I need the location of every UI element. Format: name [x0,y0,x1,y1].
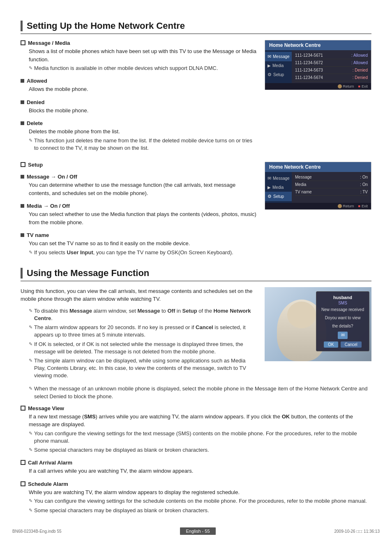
msg-onoff-heading: Message → On / Off [21,174,256,180]
media-sq [21,204,24,208]
note-icon-s2-1: ✎ [29,308,32,314]
note-icon2: ✎ [29,137,32,144]
note-icon-s2-5: ✎ [29,385,32,392]
tv-ui-1-content: 111-1234-5671 : Allowed 111-1234-5672 : … [292,50,371,83]
tv-sidebar-message-1: ✉ Message [265,52,292,61]
checkbox-icon [21,40,25,45]
ca-sq-icon [21,460,25,465]
note-icon-sa1: ✎ [29,498,32,504]
tv-ui-2-sidebar: ✉ Message ▶ Media ⚙ Setup [265,172,292,203]
tvname-note: ✎ If you selects User Input, you can typ… [29,249,256,256]
denied-heading: Denied [21,99,256,105]
cat-background: husband SMS New message received Doyou w… [265,287,371,361]
sms-message3: the details? [321,323,364,329]
section2-note-1: ✎ To disable this Message alarm window, … [29,307,256,322]
mv-sq-icon [21,406,25,411]
filled-sq-icon [21,79,24,83]
exit-icon: ■ [358,84,360,88]
schedule-alarm-heading: Schedule Alarm [21,481,371,487]
note-icon-sa2: ✎ [29,507,32,513]
filled-sq-icon3 [21,121,24,125]
sa-sq-icon [21,481,25,486]
page-number-badge: English - 55 [180,527,215,535]
return-btn-circle [338,84,342,88]
sms-cancel-button: Cancel [341,341,362,348]
msg-onoff-text: You can determine whether to use the mes… [29,181,256,197]
tv2-row-3: TV name : TV [295,188,368,196]
message-media-note: ✎ Media function is available in other m… [29,65,256,72]
tv2-sidebar-setup: ⚙ Setup [265,192,292,201]
sms-message2: Doyou want to view [321,315,364,321]
tvname-heading: TV name [21,232,256,238]
tv2-sidebar-media: ▶ Media [265,183,292,192]
section2-title: Using the Message Function [21,268,371,279]
message-view-note-1: ✎ You can configure the viewing settings… [29,430,371,445]
tv-ui-1-title: Home Network Centre [265,40,371,50]
sms-action-buttons: OK Cancel [321,341,364,348]
denied-text: Blocks the mobile phone. [29,107,256,115]
tvname-sq [21,233,24,237]
tv-row-3: 111-1234-5673 : Denied [295,67,368,74]
media-onoff-heading: Media → On / Off [21,203,256,209]
cat-face [287,302,316,328]
tv2-row-1: Message : On [295,174,368,181]
tv-ui-screenshot-2: Home Network Centre ✉ Message ▶ Media ⚙ [265,162,371,262]
call-alarm-block: Call Arrival Alarm If a call arrives whi… [21,460,371,475]
call-alarm-heading: Call Arrival Alarm [21,460,371,466]
tv-sidebar-media-1: ▶ Media [265,61,292,70]
tv-ui-1-footer: Return ■ Exit [265,83,371,90]
note-icon3: ✎ [29,249,32,255]
schedule-alarm-note-2: ✎ Some special characters may be display… [29,507,371,514]
schedule-alarm-text: While you are watching TV, the alarm win… [29,488,371,497]
footer-left: BN68-02334B-Eng.indb 55 [12,529,62,534]
sms-overlay-popup: husband SMS New message received Doyou w… [316,291,369,351]
section2-note-4: ✎ The simple alarm window can be display… [29,357,256,380]
delete-note: ✎ This function just deletes the name fr… [29,137,256,152]
tv-sidebar-setup-1: ⚙ Setup [265,70,292,79]
tv-ui-2-title: Home Network Centre [265,162,371,172]
message-view-block: Message View If a new text message (SMS)… [21,405,371,454]
page-footer: BN68-02334B-Eng.indb 55 English - 55 200… [0,527,392,535]
tv-row-4: 111-1234-5674 : Denied [295,74,368,81]
call-alarm-text: If a call arrives while you are watching… [29,467,371,475]
note-icon: ✎ [29,65,32,71]
setup-heading: Setup [21,162,256,168]
delete-heading: Delete [21,120,256,126]
message-view-text: If a new text message (SMS) arrives whil… [29,413,371,429]
sms-message1: New message received [321,307,364,313]
section2-note-5: ✎ When the message of an unknown mobile … [29,385,371,400]
tvname-text: You can set the TV name so as to find it… [29,239,256,248]
tv-ui-2-content: Message : On Media : On TV name : TV [292,172,371,203]
schedule-alarm-note-1: ✎ You can configure the viewing settings… [29,497,371,505]
section2-note-2: ✎ The alarm window appears for 20 second… [29,324,256,339]
allowed-text: Allows the mobile phone. [29,85,256,93]
sms-type: SMS [321,301,364,305]
section1-title: Setting Up the Home Network Centre [21,21,371,31]
footer-right: 2009-10-26 □□: 11:36:13 [334,529,380,534]
note-icon-mv1: ✎ [29,430,32,437]
tv-ui-2-footer: Return ■ Exit [265,203,371,209]
tv2-sidebar-message: ✉ Message [265,174,292,183]
section2-intro: Using this function, you can view the ca… [21,287,256,303]
sms-popup-screenshot: husband SMS New message received Doyou w… [265,287,371,381]
sms-envelope-icon: ✉ [338,332,348,339]
sms-ok-button: OK [324,341,338,348]
allowed-heading: Allowed [21,78,256,84]
note-icon-mv2: ✎ [29,447,32,453]
schedule-alarm-block: Schedule Alarm While you are watching TV… [21,481,371,514]
media-onoff-text: You can select whether to use the Media … [29,210,256,226]
delete-text: Deletes the mobile phone from the list. [29,128,256,136]
message-media-heading: Message / Media [21,40,256,46]
tv-row-2: 111-1234-5672 : Allowed [295,59,368,67]
tv2-row-2: Media : On [295,181,368,188]
note-icon-s2-2: ✎ [29,324,32,330]
tv-row-1: 111-1234-5671 : Allowed [295,52,368,59]
msg-sq [21,175,24,179]
sms-sender: husband [321,295,364,300]
section2-note-3: ✎ If OK is selected, or if OK is not sel… [29,341,256,355]
setup-sq-icon [21,162,25,167]
tv-ui-screenshot-1: Home Network Centre ✉ Message ▶ Media ⚙ [265,40,371,158]
note-icon-s2-4: ✎ [29,358,32,364]
message-media-text: Shows a list of mobile phones which have… [29,47,256,63]
tv-ui-1-sidebar: ✉ Message ▶ Media ⚙ Setup [265,50,292,83]
